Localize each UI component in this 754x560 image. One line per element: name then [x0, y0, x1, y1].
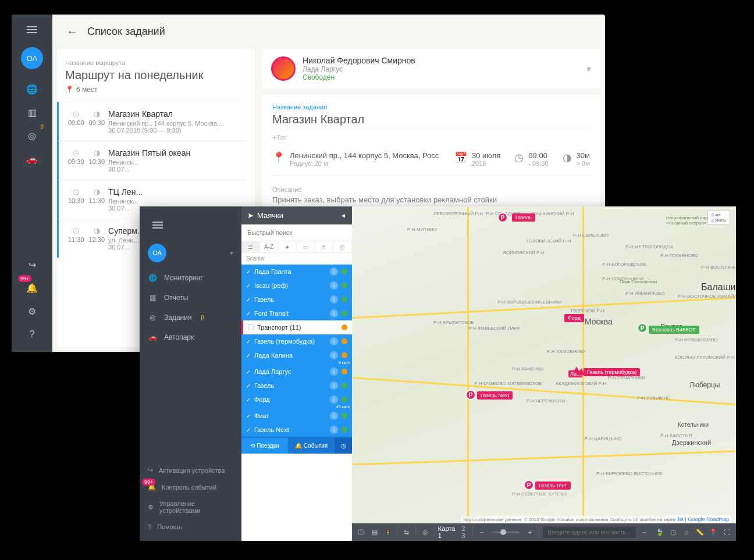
info-icon[interactable]: i [330, 351, 338, 359]
nav-tasks[interactable]: ◎Заданияβ [140, 308, 241, 327]
search-row [241, 224, 352, 241]
zoom-in-icon[interactable]: + [524, 525, 535, 539]
info-icon[interactable]: i [330, 281, 338, 290]
beacon-row[interactable]: ✓ Газель i [241, 379, 352, 393]
filter-dot-icon[interactable]: ● [278, 241, 297, 252]
tab-trips[interactable]: ⟲Поездки [241, 438, 288, 454]
info-icon[interactable]: i [330, 395, 338, 404]
notifications-icon[interactable]: 🔔99+ [22, 277, 42, 298]
task-name: Магазин Квартал [108, 109, 247, 119]
home-icon[interactable]: ⌂ [681, 525, 692, 539]
beacon-row[interactable]: ✓ Isuzu (реф) i [241, 279, 352, 293]
parking-pin[interactable]: P [465, 390, 476, 400]
district-label: Р-Н МИТИНО [407, 227, 437, 232]
footer-events[interactable]: 🔔99+Контроль событий [140, 479, 241, 495]
nav-monitoring[interactable]: 🌐Мониторинг [140, 268, 241, 288]
zoom-out-icon[interactable]: − [476, 525, 488, 539]
user-avatar[interactable]: ОА [21, 47, 43, 69]
group-header[interactable]: Транспорт (11) [241, 320, 352, 334]
bell-icon: 🔔 [295, 443, 302, 449]
parking-pin[interactable]: P [524, 480, 534, 490]
share-icon[interactable]: ⇆ [401, 525, 412, 539]
filter-group-icon[interactable]: ▭ [297, 241, 315, 252]
filter-list-icon[interactable]: ☰ [241, 241, 260, 252]
settings-icon[interactable]: ⚙ [22, 301, 42, 322]
menu-icon[interactable] [22, 22, 42, 38]
footer-help[interactable]: ?Помощь [140, 519, 241, 535]
filter-target-icon[interactable]: ◎ [333, 241, 352, 252]
zoom-slider[interactable] [492, 532, 520, 533]
user-menu[interactable]: ОА ▾ [140, 238, 241, 268]
checkbox-icon[interactable] [248, 324, 254, 330]
task-item[interactable]: ◷09:00 ◑09:30 Магазин Квартал Ленинский … [57, 102, 247, 141]
status-dot [342, 413, 347, 419]
chevron-down-icon[interactable]: ▾ [586, 63, 591, 74]
nav-reports[interactable]: ▥Отчеты [140, 288, 241, 308]
fullscreen-icon[interactable]: ⛶ [721, 525, 732, 539]
parking-pin[interactable]: P [497, 212, 508, 223]
task-detail-name[interactable]: Магазин Квартал [272, 113, 590, 130]
leaf-icon[interactable]: 🍃 [654, 525, 665, 539]
ruler-icon[interactable]: 📏 [695, 525, 706, 539]
footer-devices[interactable]: ⚙Управление устройствами [140, 495, 241, 519]
vehicle-badge-gazel[interactable]: Газель [512, 213, 535, 222]
vehicle-badge-next[interactable]: Газель Next [477, 391, 513, 400]
beacon-row[interactable]: ✓ Лада Гранта i [241, 265, 352, 279]
info-icon[interactable]: i [330, 368, 338, 376]
traffic-icon[interactable]: 🚦 [382, 525, 393, 539]
filter-sliders-icon[interactable]: ≡ [315, 241, 334, 252]
go-icon[interactable]: → [638, 525, 649, 539]
beacon-row[interactable]: ✓ Газель i [241, 293, 352, 306]
beacon-row[interactable]: ✓ Газель (термобудка) i [241, 334, 352, 348]
route-name[interactable]: Маршрут на понедельник [65, 69, 247, 82]
nav-fleet[interactable]: 🚗Автопарк [140, 327, 241, 347]
detail-duration: ◑ 30м> 0м [563, 151, 590, 167]
address-input[interactable] [543, 527, 636, 538]
info-icon[interactable]: i [330, 412, 338, 420]
tab-events[interactable]: 🔔События [288, 438, 335, 454]
info-icon[interactable]: i [330, 337, 338, 345]
menu-icon[interactable] [140, 212, 241, 238]
map-area[interactable]: Р-Н ОТРАДНОЕБУШКИНСКИЙ Р-НР-Н СВИБЛОВОР-… [352, 206, 736, 541]
beacon-row[interactable]: ✓ Фиат i [241, 409, 352, 423]
info-icon[interactable]: i [330, 267, 338, 276]
sub-row[interactable]: Scania [241, 253, 352, 265]
task-item[interactable]: ◷09:30 ◑10:30 Магазин Пятый океан Ленинс… [57, 141, 247, 180]
help-icon[interactable]: ? [22, 324, 42, 345]
parking-pin[interactable]: P [637, 323, 648, 333]
status-dot [342, 283, 347, 288]
vehicle-badge-tent[interactable]: Газель тент [535, 481, 571, 490]
add-tag[interactable]: +Тег [272, 134, 590, 142]
vehicle-badge-thermo[interactable]: Газель (термобудка) [584, 368, 640, 376]
map-tab-nums[interactable]: 2 3 [462, 525, 469, 539]
tasks-icon[interactable]: ◎β [22, 125, 42, 146]
beacon-row[interactable]: ✓ Ford Transit i [241, 306, 352, 320]
info-icon[interactable]: i [330, 426, 338, 434]
collapse-icon[interactable]: ◄ [340, 212, 346, 219]
map-tab-label[interactable]: Карта 1 [438, 525, 456, 539]
layers-icon[interactable]: ▤ [369, 525, 380, 539]
filter-sort[interactable]: A-Z [260, 241, 279, 252]
fleet-icon[interactable]: 🚗 [22, 148, 42, 169]
info-icon[interactable]: i [330, 295, 338, 304]
moon-icon: ◑ [94, 226, 100, 235]
reports-icon[interactable]: ▥ [22, 102, 42, 123]
vehicle-badge-benzo[interactable]: Бензовоз В456ОТ [649, 326, 699, 334]
info-icon[interactable]: i [330, 309, 338, 318]
footer-activate[interactable]: ↪Активация устройства [140, 462, 241, 479]
back-arrow-icon[interactable]: ← [66, 25, 78, 38]
login-icon[interactable]: ↪ [22, 254, 42, 275]
beacon-row[interactable]: ✓ Лада Ларгус i [241, 365, 352, 379]
vehicle-badge-ford[interactable]: Форд [564, 314, 584, 322]
box-icon[interactable]: ▢ [667, 525, 678, 539]
search-input[interactable] [244, 227, 350, 238]
beacon-row[interactable]: ✓ Газель Next i [241, 423, 352, 437]
info-icon[interactable]: ⓘ [355, 525, 367, 539]
info-icon[interactable]: i [330, 381, 338, 390]
locate-icon[interactable]: ◎ [419, 525, 431, 539]
globe-icon[interactable]: 🌐 [22, 79, 42, 99]
tab-history[interactable]: ◷ [335, 438, 352, 454]
pin-tool-icon[interactable]: 📍 [708, 525, 719, 539]
vehicle-badge-la[interactable]: Ла... [568, 370, 582, 377]
assignee-card[interactable]: Николай Федорович Смирнов Лада Ларгус Св… [262, 49, 600, 88]
